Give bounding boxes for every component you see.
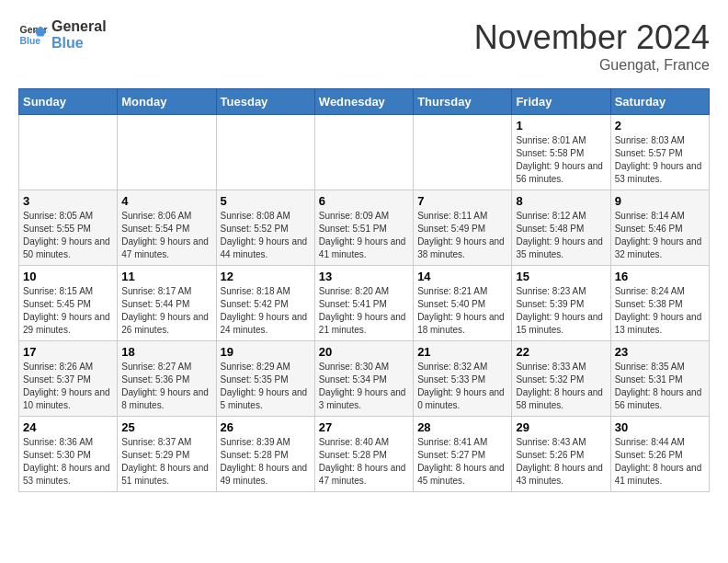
day-number: 8 bbox=[516, 194, 606, 208]
calendar-cell bbox=[19, 115, 118, 190]
day-number: 26 bbox=[221, 420, 311, 434]
calendar-week-1: 3Sunrise: 8:05 AMSunset: 5:55 PMDaylight… bbox=[19, 190, 710, 266]
location: Guengat, France bbox=[474, 57, 710, 74]
day-number: 28 bbox=[417, 420, 507, 434]
day-number: 23 bbox=[615, 345, 705, 359]
day-info: Sunrise: 8:35 AMSunset: 5:31 PMDaylight:… bbox=[615, 361, 705, 412]
calendar-cell: 7Sunrise: 8:11 AMSunset: 5:49 PMDaylight… bbox=[414, 190, 512, 266]
calendar-table: SundayMondayTuesdayWednesdayThursdayFrid… bbox=[18, 88, 710, 492]
day-number: 6 bbox=[319, 194, 409, 208]
calendar-cell: 10Sunrise: 8:15 AMSunset: 5:45 PMDayligh… bbox=[19, 266, 118, 341]
day-info: Sunrise: 8:24 AMSunset: 5:38 PMDaylight:… bbox=[615, 285, 705, 337]
day-info: Sunrise: 8:05 AMSunset: 5:55 PMDaylight:… bbox=[23, 210, 113, 261]
weekday-header-saturday: Saturday bbox=[610, 89, 709, 115]
day-info: Sunrise: 8:09 AMSunset: 5:51 PMDaylight:… bbox=[319, 210, 409, 261]
day-number: 14 bbox=[417, 270, 507, 283]
calendar-week-4: 24Sunrise: 8:36 AMSunset: 5:30 PMDayligh… bbox=[19, 417, 710, 492]
day-info: Sunrise: 8:21 AMSunset: 5:40 PMDaylight:… bbox=[417, 285, 507, 337]
day-number: 9 bbox=[615, 194, 705, 208]
calendar-cell bbox=[314, 115, 413, 190]
day-number: 3 bbox=[23, 194, 113, 208]
day-info: Sunrise: 8:06 AMSunset: 5:54 PMDaylight:… bbox=[121, 210, 211, 261]
weekday-header-wednesday: Wednesday bbox=[314, 89, 413, 115]
day-number: 29 bbox=[516, 420, 606, 434]
day-number: 19 bbox=[221, 345, 311, 359]
day-info: Sunrise: 8:14 AMSunset: 5:46 PMDaylight:… bbox=[615, 210, 705, 261]
day-info: Sunrise: 8:37 AMSunset: 5:29 PMDaylight:… bbox=[121, 436, 211, 488]
calendar-cell: 1Sunrise: 8:01 AMSunset: 5:58 PMDaylight… bbox=[512, 115, 610, 190]
day-number: 12 bbox=[221, 270, 311, 283]
calendar-cell: 23Sunrise: 8:35 AMSunset: 5:31 PMDayligh… bbox=[610, 341, 709, 417]
day-number: 21 bbox=[417, 345, 507, 359]
logo-line2: Blue bbox=[51, 35, 107, 52]
day-number: 16 bbox=[615, 270, 705, 283]
calendar-cell: 3Sunrise: 8:05 AMSunset: 5:55 PMDaylight… bbox=[19, 190, 118, 266]
day-number: 5 bbox=[221, 194, 311, 208]
calendar-cell: 4Sunrise: 8:06 AMSunset: 5:54 PMDaylight… bbox=[118, 190, 216, 266]
day-number: 4 bbox=[121, 194, 211, 208]
day-info: Sunrise: 8:15 AMSunset: 5:45 PMDaylight:… bbox=[23, 285, 113, 337]
calendar-cell: 15Sunrise: 8:23 AMSunset: 5:39 PMDayligh… bbox=[512, 266, 610, 341]
day-info: Sunrise: 8:44 AMSunset: 5:26 PMDaylight:… bbox=[615, 436, 705, 488]
weekday-header-thursday: Thursday bbox=[414, 89, 512, 115]
day-number: 15 bbox=[516, 270, 606, 283]
day-info: Sunrise: 8:33 AMSunset: 5:32 PMDaylight:… bbox=[516, 361, 606, 412]
calendar-week-3: 17Sunrise: 8:26 AMSunset: 5:37 PMDayligh… bbox=[19, 341, 710, 417]
calendar-cell bbox=[118, 115, 216, 190]
day-number: 17 bbox=[23, 345, 113, 359]
calendar-cell: 25Sunrise: 8:37 AMSunset: 5:29 PMDayligh… bbox=[118, 417, 216, 492]
calendar-cell: 17Sunrise: 8:26 AMSunset: 5:37 PMDayligh… bbox=[19, 341, 118, 417]
calendar-cell: 11Sunrise: 8:17 AMSunset: 5:44 PMDayligh… bbox=[118, 266, 216, 341]
logo-line1: General bbox=[51, 18, 107, 35]
day-number: 25 bbox=[121, 420, 211, 434]
day-info: Sunrise: 8:11 AMSunset: 5:49 PMDaylight:… bbox=[417, 210, 507, 261]
day-info: Sunrise: 8:43 AMSunset: 5:26 PMDaylight:… bbox=[516, 436, 606, 488]
day-info: Sunrise: 8:26 AMSunset: 5:37 PMDaylight:… bbox=[23, 361, 113, 412]
day-number: 22 bbox=[516, 345, 606, 359]
logo: General Blue General Blue bbox=[18, 18, 107, 51]
day-info: Sunrise: 8:36 AMSunset: 5:30 PMDaylight:… bbox=[23, 436, 113, 488]
weekday-header-monday: Monday bbox=[118, 89, 216, 115]
calendar-cell bbox=[216, 115, 314, 190]
calendar-week-0: 1Sunrise: 8:01 AMSunset: 5:58 PMDaylight… bbox=[19, 115, 710, 190]
day-number: 18 bbox=[121, 345, 211, 359]
day-info: Sunrise: 8:29 AMSunset: 5:35 PMDaylight:… bbox=[221, 361, 311, 412]
calendar-body: 1Sunrise: 8:01 AMSunset: 5:58 PMDaylight… bbox=[19, 115, 710, 492]
calendar-cell: 9Sunrise: 8:14 AMSunset: 5:46 PMDaylight… bbox=[610, 190, 709, 266]
calendar-cell: 27Sunrise: 8:40 AMSunset: 5:28 PMDayligh… bbox=[314, 417, 413, 492]
day-number: 30 bbox=[615, 420, 705, 434]
logo-icon: General Blue bbox=[18, 20, 48, 50]
calendar-cell: 8Sunrise: 8:12 AMSunset: 5:48 PMDaylight… bbox=[512, 190, 610, 266]
day-info: Sunrise: 8:01 AMSunset: 5:58 PMDaylight:… bbox=[516, 134, 606, 186]
day-info: Sunrise: 8:17 AMSunset: 5:44 PMDaylight:… bbox=[121, 285, 211, 337]
calendar-header-row: SundayMondayTuesdayWednesdayThursdayFrid… bbox=[19, 89, 710, 115]
day-info: Sunrise: 8:30 AMSunset: 5:34 PMDaylight:… bbox=[319, 361, 409, 412]
day-number: 10 bbox=[23, 270, 113, 283]
calendar-cell: 18Sunrise: 8:27 AMSunset: 5:36 PMDayligh… bbox=[118, 341, 216, 417]
header: General Blue General Blue November 2024 … bbox=[18, 18, 710, 74]
calendar-cell: 30Sunrise: 8:44 AMSunset: 5:26 PMDayligh… bbox=[610, 417, 709, 492]
svg-text:Blue: Blue bbox=[20, 35, 41, 45]
day-number: 13 bbox=[319, 270, 409, 283]
calendar-cell: 29Sunrise: 8:43 AMSunset: 5:26 PMDayligh… bbox=[512, 417, 610, 492]
day-info: Sunrise: 8:20 AMSunset: 5:41 PMDaylight:… bbox=[319, 285, 409, 337]
day-info: Sunrise: 8:32 AMSunset: 5:33 PMDaylight:… bbox=[417, 361, 507, 412]
calendar-cell: 6Sunrise: 8:09 AMSunset: 5:51 PMDaylight… bbox=[314, 190, 413, 266]
calendar-cell: 26Sunrise: 8:39 AMSunset: 5:28 PMDayligh… bbox=[216, 417, 314, 492]
calendar-cell: 20Sunrise: 8:30 AMSunset: 5:34 PMDayligh… bbox=[314, 341, 413, 417]
day-info: Sunrise: 8:18 AMSunset: 5:42 PMDaylight:… bbox=[221, 285, 311, 337]
day-info: Sunrise: 8:12 AMSunset: 5:48 PMDaylight:… bbox=[516, 210, 606, 261]
day-number: 2 bbox=[615, 119, 705, 132]
calendar-week-2: 10Sunrise: 8:15 AMSunset: 5:45 PMDayligh… bbox=[19, 266, 710, 341]
day-number: 7 bbox=[417, 194, 507, 208]
calendar-cell: 14Sunrise: 8:21 AMSunset: 5:40 PMDayligh… bbox=[414, 266, 512, 341]
day-number: 27 bbox=[319, 420, 409, 434]
day-info: Sunrise: 8:40 AMSunset: 5:28 PMDaylight:… bbox=[319, 436, 409, 488]
day-info: Sunrise: 8:39 AMSunset: 5:28 PMDaylight:… bbox=[221, 436, 311, 488]
calendar-cell: 24Sunrise: 8:36 AMSunset: 5:30 PMDayligh… bbox=[19, 417, 118, 492]
calendar-cell: 22Sunrise: 8:33 AMSunset: 5:32 PMDayligh… bbox=[512, 341, 610, 417]
calendar-cell: 21Sunrise: 8:32 AMSunset: 5:33 PMDayligh… bbox=[414, 341, 512, 417]
day-info: Sunrise: 8:27 AMSunset: 5:36 PMDaylight:… bbox=[121, 361, 211, 412]
day-info: Sunrise: 8:23 AMSunset: 5:39 PMDaylight:… bbox=[516, 285, 606, 337]
day-info: Sunrise: 8:08 AMSunset: 5:52 PMDaylight:… bbox=[221, 210, 311, 261]
